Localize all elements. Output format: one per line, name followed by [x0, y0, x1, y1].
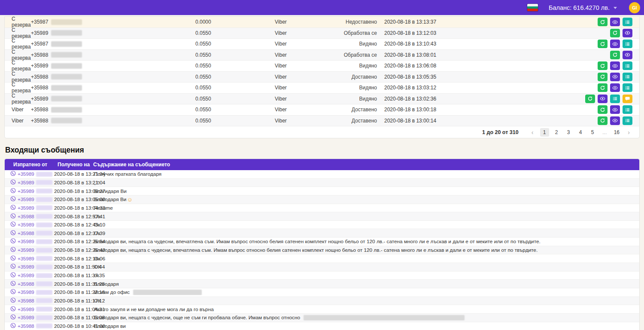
eye-button[interactable] [610, 116, 620, 125]
phone-cell: +35987 [31, 19, 195, 25]
message-text: Ok [94, 214, 100, 220]
page-button[interactable]: 3 [564, 128, 573, 137]
phone-number-link[interactable]: +35988 [18, 231, 34, 236]
pager: ‹12345…16› [528, 128, 633, 137]
sender-cell: +35989 [5, 289, 49, 296]
channel-label: С резерва [5, 38, 31, 50]
page-button[interactable]: 2 [552, 128, 561, 137]
next-page-button[interactable]: › [624, 128, 633, 137]
phone-number-link[interactable]: +35988 [18, 324, 34, 329]
network-label: Viber [275, 52, 335, 58]
refresh-button[interactable] [598, 40, 608, 48]
sender-cell: +35988 [5, 297, 49, 304]
phone-number-link[interactable]: +35988 [18, 298, 34, 303]
phone-number-link[interactable]: +35989 [18, 307, 34, 312]
eye-button[interactable] [623, 29, 632, 37]
phone-cell: +35987 [31, 41, 195, 47]
page-button[interactable]: 4 [576, 128, 585, 137]
row-actions [457, 29, 639, 37]
received-timestamp: 2020-08-18 в 10:41:00 [49, 323, 93, 329]
refresh-button[interactable] [610, 29, 620, 37]
timestamp: 2020-08-18 в 13:12:03 [384, 30, 457, 36]
row-actions [457, 18, 639, 26]
received-timestamp: 2020-08-18 в 11:50:44 [49, 264, 93, 270]
page-button[interactable]: 5 [588, 128, 597, 137]
timestamp: 2020-08-18 в 13:13:37 [384, 19, 457, 25]
phone-number-link[interactable]: +35989 [18, 248, 34, 253]
refresh-button[interactable] [598, 83, 608, 92]
sender-cell: +35989 [5, 238, 49, 245]
received-timestamp: 2020-08-18 в 11:04:31 [49, 306, 93, 312]
phone-number-link[interactable]: +35989 [18, 189, 34, 194]
phone-number-link[interactable]: +35989 [18, 180, 34, 185]
eye-button[interactable] [598, 95, 608, 103]
message-row: С резерва+359880.0550ViberДоставено2020-… [5, 72, 639, 83]
phone-number-link[interactable]: +35989 [18, 273, 34, 278]
phone-cell: +35988 [31, 118, 195, 124]
list-button[interactable] [623, 116, 632, 125]
sender-cell: +35989 [5, 205, 49, 211]
incoming-message-row: +359892020-08-18 в 11:50:44ОК [5, 263, 639, 272]
redacted-phone [51, 74, 82, 79]
list-button[interactable] [623, 18, 632, 26]
viber-icon [10, 255, 16, 262]
page-button[interactable]: 1 [540, 128, 549, 137]
phone-cell: +35989 [31, 96, 195, 102]
list-button[interactable] [623, 105, 632, 114]
eye-button[interactable] [610, 61, 620, 70]
refresh-button[interactable] [610, 51, 620, 59]
row-actions [457, 61, 639, 70]
refresh-button[interactable] [598, 116, 608, 125]
list-button[interactable] [623, 40, 632, 48]
phone-number-link[interactable]: +35988 [18, 281, 34, 287]
eye-button[interactable] [610, 18, 620, 26]
redacted-phone [36, 180, 52, 185]
list-button[interactable] [623, 83, 632, 92]
phone-number-link[interactable]: +35988 [18, 214, 34, 219]
phone-number-link[interactable]: +35989 [18, 239, 34, 244]
sender-cell: +35989 [5, 221, 49, 228]
eye-button[interactable] [610, 105, 620, 114]
message-text: Благодаря ви, нещата са чудесни, впечатл… [94, 238, 541, 244]
refresh-button[interactable] [598, 73, 608, 81]
phone-number: +35988 [31, 85, 48, 91]
phone-number-link[interactable]: +35989 [18, 222, 34, 227]
eye-button[interactable] [610, 40, 620, 48]
eye-button[interactable] [610, 73, 620, 81]
eye-button[interactable] [623, 51, 632, 59]
received-timestamp: 2020-08-18 в 11:22:16 [49, 289, 93, 295]
chat-button[interactable] [623, 95, 632, 103]
refresh-button[interactable] [598, 105, 608, 114]
refresh-button[interactable] [585, 95, 595, 103]
bulgaria-flag-icon[interactable] [527, 4, 538, 11]
channel-label: С резерва [5, 49, 31, 61]
phone-number-link[interactable]: +35989 [18, 264, 34, 269]
network-label: Viber [275, 41, 335, 47]
redacted-phone [51, 107, 82, 113]
redacted-phone [36, 298, 52, 303]
prev-page-button[interactable]: ‹ [528, 128, 537, 137]
list-button[interactable] [623, 61, 632, 70]
network-label: Viber [275, 30, 335, 36]
message-row: С резерва+359890.0550ViberВидяно2020-08-… [5, 61, 639, 72]
list-button[interactable] [623, 73, 632, 81]
status-badge: Недоставено [335, 19, 377, 25]
refresh-button[interactable] [598, 61, 608, 70]
refresh-button[interactable] [598, 18, 608, 26]
phone-number-link[interactable]: +35989 [18, 171, 34, 177]
avatar[interactable]: GI [629, 2, 640, 13]
sender-cell: +35989 [5, 188, 49, 195]
phone-number-link[interactable]: +35989 [18, 315, 34, 320]
balance-dropdown[interactable]: Баланс: 616.4270 лв. [549, 4, 617, 11]
list-button[interactable] [610, 95, 620, 103]
phone-number-link[interactable]: +35989 [18, 290, 34, 295]
eye-button[interactable] [610, 83, 620, 92]
phone-number-link[interactable]: +35989 [18, 197, 34, 202]
status-badge: Видяно [335, 85, 377, 91]
phone-number-link[interactable]: +35989 [18, 256, 34, 261]
viber-icon [10, 323, 16, 330]
page-button[interactable]: 16 [612, 128, 621, 137]
timestamp: 2020-08-18 в 13:05:35 [384, 74, 457, 80]
phone-number-link[interactable]: +35989 [18, 205, 34, 211]
received-timestamp: 2020-08-18 в 12:37:39 [49, 230, 93, 236]
